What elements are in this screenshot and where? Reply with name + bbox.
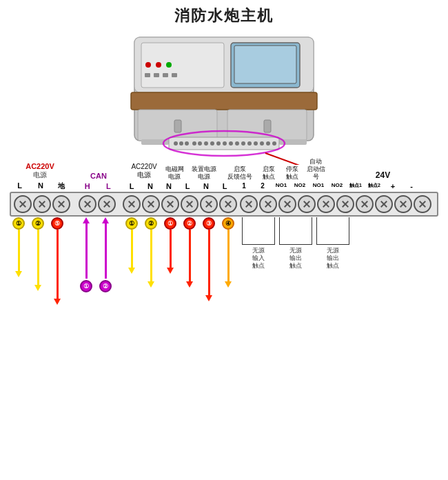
no-connect-3: 无源输出触点 xyxy=(314,217,352,270)
machine-area xyxy=(0,30,448,165)
svg-point-26 xyxy=(210,141,214,146)
label-stop-pump: 停泵触点 xyxy=(281,166,304,181)
terminal-N2 xyxy=(142,195,160,213)
svg-point-5 xyxy=(145,62,151,68)
label-start-pump: 启泵触点 xyxy=(257,166,281,181)
svg-point-24 xyxy=(198,141,202,146)
wire-pw-3-red: ③ xyxy=(200,217,218,301)
terminal-NO1a xyxy=(278,195,296,213)
page-root: 消防水炮主机 xyxy=(0,0,448,480)
label-ac220v-power: AC220V 电源 xyxy=(10,162,70,180)
terminal-2 xyxy=(259,195,277,213)
label-ac220v-elec: AC220V 电源 xyxy=(124,163,164,180)
svg-rect-16 xyxy=(264,120,271,132)
wire-group-ac220v: ① ② ⑤ xyxy=(10,217,72,305)
label-ac220v-power-sub: 电源 xyxy=(33,170,47,180)
svg-point-22 xyxy=(185,141,189,146)
wire-pw-2-yellow: ② xyxy=(142,217,160,301)
wire-pw-1-red: ① xyxy=(161,217,179,301)
label-device-power: 装置电源电源 xyxy=(185,166,223,181)
wires-area: ① ② ⑤ xyxy=(10,217,438,307)
svg-point-29 xyxy=(229,141,233,146)
page-title: 消防水炮主机 xyxy=(0,0,448,26)
no-connect-2: 无源输出触点 xyxy=(277,217,314,270)
svg-point-23 xyxy=(192,141,196,146)
terminal-L2 xyxy=(98,195,116,213)
terminal-NO2b xyxy=(336,195,354,213)
group-contacts xyxy=(240,195,431,213)
svg-line-38 xyxy=(265,153,320,165)
group-ac220v xyxy=(14,195,70,213)
machine-illustration xyxy=(128,30,320,165)
machine-svg xyxy=(128,30,320,165)
terminal-NO2a xyxy=(298,195,316,213)
svg-rect-8 xyxy=(145,73,150,77)
terminal-N3 xyxy=(161,195,179,213)
svg-rect-3 xyxy=(234,46,296,83)
terminal-gnd xyxy=(52,195,70,213)
svg-point-33 xyxy=(254,141,258,146)
label-em-net: 电磁网电源 xyxy=(164,166,185,181)
wire-group-power: ① ② ① ② xyxy=(123,217,237,301)
terminal-plus xyxy=(394,195,412,213)
label-24v-text: 24V xyxy=(376,170,390,180)
svg-point-25 xyxy=(204,141,208,146)
svg-point-30 xyxy=(235,141,239,146)
svg-point-20 xyxy=(174,141,178,146)
terminal-minus xyxy=(414,195,431,213)
wire-pw-1-yellow: ① xyxy=(123,217,141,301)
svg-rect-15 xyxy=(174,120,181,132)
wire-5-red: ⑤ xyxy=(48,217,66,305)
terminal-N1 xyxy=(33,195,51,213)
terminal-diagram: AC220V 电源 CAN AC220V 电源 电磁网电源 装置电源 xyxy=(0,158,448,307)
terminal-blocks-row xyxy=(10,192,438,217)
svg-point-32 xyxy=(247,141,252,146)
wire-1-purple: ① xyxy=(77,217,95,292)
svg-rect-4 xyxy=(141,43,224,88)
wire-1-yellow: ① xyxy=(10,217,28,305)
terminal-L3 xyxy=(123,195,141,213)
no-connect-1: 无源输入触点 xyxy=(240,217,277,270)
label-start-pump-fb: 启泵反馈信号 xyxy=(223,166,257,181)
label-24v: 24V xyxy=(327,170,438,180)
svg-point-35 xyxy=(266,141,270,146)
svg-point-28 xyxy=(223,141,227,146)
label-can-text: CAN xyxy=(90,172,107,180)
terminal-touch2 xyxy=(375,195,393,213)
wire-group-can: ① ② xyxy=(77,217,119,292)
svg-point-34 xyxy=(260,141,264,146)
svg-rect-9 xyxy=(154,73,159,77)
svg-rect-11 xyxy=(172,73,177,77)
label-can: CAN xyxy=(77,172,120,180)
terminal-touch1 xyxy=(356,195,374,213)
terminal-letter-labels: L N 地 H L L N N L N L 1 2 xyxy=(10,181,438,191)
terminal-N4 xyxy=(200,195,218,213)
label-ac220v-power-main: AC220V xyxy=(26,162,54,170)
wire-2-purple: ② xyxy=(96,217,114,292)
svg-point-36 xyxy=(272,141,276,146)
group-can xyxy=(79,195,116,213)
svg-point-31 xyxy=(241,141,245,146)
no-connect-area: 无源输入触点 无源输出触点 无源输出触点 xyxy=(240,217,352,270)
wire-pw-2-red: ② xyxy=(181,217,198,301)
terminal-L4 xyxy=(181,195,198,213)
wire-pw-4-orange: ④ xyxy=(219,217,237,301)
wire-2-yellow: ② xyxy=(29,217,47,305)
terminal-H xyxy=(79,195,96,213)
svg-rect-10 xyxy=(163,73,168,77)
group-power xyxy=(123,195,237,213)
svg-rect-12 xyxy=(131,92,317,110)
svg-point-6 xyxy=(156,62,161,68)
svg-point-27 xyxy=(216,141,221,146)
terminal-NO1b xyxy=(317,195,335,213)
terminal-L1 xyxy=(14,195,32,213)
terminal-L5 xyxy=(219,195,237,213)
terminal-1 xyxy=(240,195,258,213)
svg-point-7 xyxy=(166,62,172,68)
svg-point-21 xyxy=(179,141,183,146)
